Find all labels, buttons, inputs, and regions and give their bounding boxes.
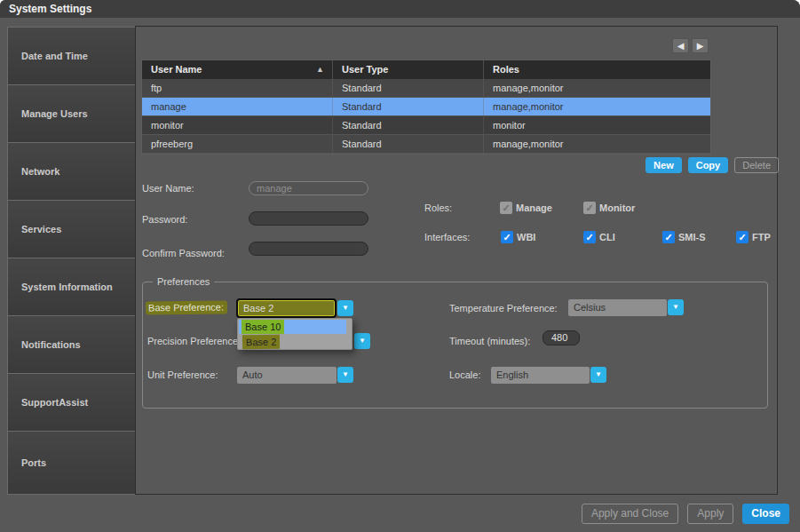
locale-combobox[interactable]: English xyxy=(491,367,590,384)
precision-dropdown-button[interactable]: ▼ xyxy=(354,333,370,349)
sidebar-item-services[interactable]: Services xyxy=(7,200,136,258)
timeout-label: Timeout (minutes): xyxy=(449,336,530,346)
roles-label: Roles: xyxy=(424,202,452,213)
password-label: Password: xyxy=(142,214,187,225)
user-name-label: User Name: xyxy=(142,183,194,194)
table-row-monitor[interactable]: monitor Standard monitor xyxy=(142,116,710,135)
sidebar-item-ports[interactable]: Ports xyxy=(7,431,136,495)
sidebar-item-label: Services xyxy=(21,224,61,234)
combobox-value: Auto xyxy=(242,369,263,380)
timeout-field[interactable]: 480 xyxy=(543,330,580,345)
unit-preference-combobox[interactable]: Auto xyxy=(237,367,337,384)
user-name-field xyxy=(249,181,368,195)
sidebar-item-label: Notifications xyxy=(21,339,81,350)
users-table: User Name ▲ User Type Roles ftp Standard… xyxy=(142,60,710,154)
dropdown-option-base-10[interactable]: Base 10 xyxy=(239,320,346,334)
confirm-password-field[interactable] xyxy=(249,242,368,256)
next-user-button[interactable]: ▶ xyxy=(692,38,709,53)
smi-s-checkbox[interactable]: ✓ xyxy=(662,231,675,243)
manage-checkbox-label: Manage xyxy=(516,202,552,213)
monitor-checkbox: ✓ xyxy=(583,202,596,214)
cli-checkbox[interactable]: ✓ xyxy=(583,231,596,243)
sidebar-item-network[interactable]: Network xyxy=(7,142,136,201)
locale-label: Locale: xyxy=(449,369,480,380)
system-settings-dialog: System Settings Date and Time Manage Use… xyxy=(0,0,800,532)
check-icon: ✓ xyxy=(664,232,672,242)
locale-dropdown-button[interactable]: ▼ xyxy=(590,367,606,383)
new-button[interactable]: New xyxy=(646,157,682,173)
right-arrow-icon: ▶ xyxy=(697,41,704,51)
manage-checkbox: ✓ xyxy=(500,202,512,214)
sidebar-item-label: Manage Users xyxy=(21,108,88,119)
chevron-down-icon: ▼ xyxy=(595,370,602,378)
sidebar-item-label: Network xyxy=(21,166,59,177)
confirm-password-label: Confirm Password: xyxy=(142,248,225,258)
combobox-value: Celsius xyxy=(574,302,606,313)
combobox-value: Base 2 xyxy=(243,303,273,314)
column-header-user-type[interactable]: User Type xyxy=(333,60,484,79)
apply-and-close-button: Apply and Close xyxy=(582,504,678,524)
preferences-legend: Preferences xyxy=(153,276,214,287)
users-table-header: User Name ▲ User Type Roles xyxy=(142,60,710,79)
highlighter-annotation: Base 10 xyxy=(242,320,284,334)
sidebar-item-label: System Information xyxy=(21,282,113,292)
precision-preference-label: Precision Preference: xyxy=(147,336,241,346)
column-header-user-name[interactable]: User Name ▲ xyxy=(142,60,333,79)
cli-checkbox-label: CLI xyxy=(599,232,615,242)
sidebar-item-notifications[interactable]: Notifications xyxy=(7,315,136,374)
previous-user-button[interactable]: ◀ xyxy=(672,38,689,53)
cell-roles: manage,monitor xyxy=(484,98,710,115)
unit-dropdown-button[interactable]: ▼ xyxy=(337,367,353,383)
check-icon: ✓ xyxy=(585,202,593,213)
sidebar-item-label: SupportAssist xyxy=(21,397,88,408)
cell-user-type: Standard xyxy=(333,116,484,134)
chevron-down-icon: ▼ xyxy=(342,370,349,378)
cell-user-name: manage xyxy=(142,98,333,115)
cell-user-type: Standard xyxy=(333,98,484,115)
dialog-footer: Apply and Close Apply Close xyxy=(497,504,789,524)
sidebar-item-label: Date and Time xyxy=(21,51,88,61)
user-actions-toolbar: New Copy Delete xyxy=(550,157,779,173)
close-button[interactable]: Close xyxy=(742,504,789,524)
highlighter-annotation: Base 2 xyxy=(242,335,280,350)
column-header-roles[interactable]: Roles xyxy=(484,60,710,79)
monitor-checkbox-label: Monitor xyxy=(599,202,635,213)
base-preference-combobox[interactable]: Base 2 xyxy=(236,298,337,318)
chevron-down-icon: ▼ xyxy=(342,304,349,312)
cell-user-name: pfreeberg xyxy=(142,135,333,153)
highlighter-annotation: Base Preference: xyxy=(146,301,227,315)
column-header-label: User Type xyxy=(342,64,388,75)
left-arrow-icon: ◀ xyxy=(677,41,685,51)
table-row-ftp[interactable]: ftp Standard manage,monitor xyxy=(142,79,710,98)
password-field[interactable] xyxy=(249,211,368,226)
cell-user-type: Standard xyxy=(333,79,484,97)
copy-button[interactable]: Copy xyxy=(688,157,729,173)
sidebar-item-system-information[interactable]: System Information xyxy=(7,258,136,316)
chevron-down-icon: ▼ xyxy=(359,337,366,345)
check-icon: ✓ xyxy=(503,232,511,242)
ftp-checkbox[interactable]: ✓ xyxy=(736,231,749,243)
base-preference-dropdown-button[interactable]: ▼ xyxy=(337,300,353,316)
temperature-dropdown-button[interactable]: ▼ xyxy=(668,299,684,315)
wbi-checkbox[interactable]: ✓ xyxy=(501,231,513,243)
sidebar-item-manage-users[interactable]: Manage Users xyxy=(7,84,136,143)
chevron-down-icon: ▼ xyxy=(672,303,679,311)
sidebar-item-supportassist[interactable]: SupportAssist xyxy=(7,373,136,432)
dialog-title: System Settings xyxy=(9,3,91,15)
check-icon: ✓ xyxy=(585,232,593,242)
table-row-manage-selected[interactable]: manage Standard manage,monitor xyxy=(142,98,710,116)
column-header-label: User Name xyxy=(151,64,202,75)
dropdown-option-base-2[interactable]: Base 2 xyxy=(239,335,280,349)
check-icon: ✓ xyxy=(738,232,746,242)
sort-ascending-icon: ▲ xyxy=(316,60,324,79)
base-preference-dropdown-list: Base 10 Base 2 xyxy=(237,318,352,350)
check-icon: ✓ xyxy=(502,202,510,213)
apply-button: Apply xyxy=(687,504,733,524)
table-row-pfreeberg[interactable]: pfreeberg Standard manage,monitor xyxy=(142,135,710,154)
interfaces-label: Interfaces: xyxy=(424,232,470,242)
combobox-value: English xyxy=(496,369,528,380)
column-header-label: Roles xyxy=(493,64,519,75)
sidebar-item-date-and-time[interactable]: Date and Time xyxy=(7,27,136,85)
temperature-preference-combobox[interactable]: Celsius xyxy=(568,299,667,316)
cell-user-type: Standard xyxy=(333,135,484,153)
